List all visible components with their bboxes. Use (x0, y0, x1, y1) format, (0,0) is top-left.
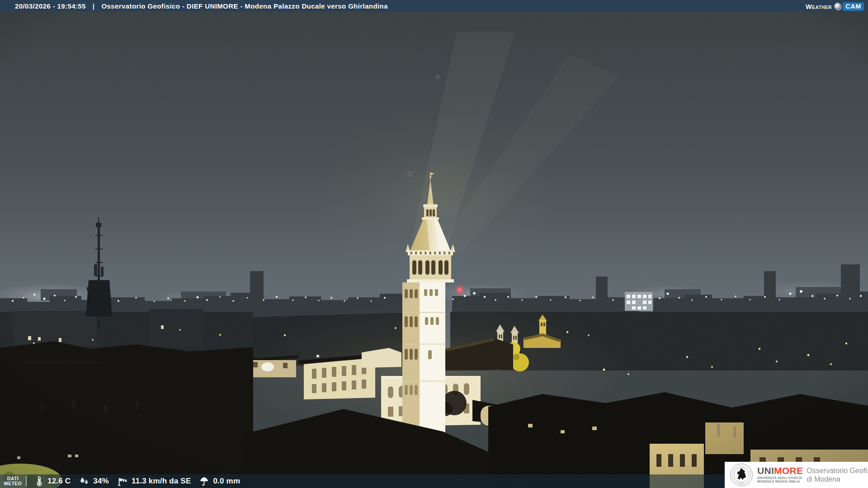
precipitation-reading: 0.0 mm (199, 476, 240, 486)
thermometer-icon (35, 476, 44, 486)
humidity-icon (79, 476, 90, 486)
weather-data-label: DATI METEO (0, 474, 26, 488)
camera-title: Osservatorio Geofisico - DIEF UNIMORE - … (101, 2, 387, 10)
unimore-wordmark: UNIMORE UNIVERSITÀ DEGLI STUDI DI MODENA… (757, 466, 803, 483)
temperature-value: 12.6 C (47, 477, 71, 486)
university-seal-icon: 1175 (730, 463, 753, 487)
weather-label-line2: METEO (4, 481, 22, 486)
unimore-brand-box: 1175 UNIMORE UNIVERSITÀ DEGLI STUDI DI M… (725, 462, 868, 488)
humidity-reading: 34% (79, 476, 109, 486)
observatory-line1: Osservatorio Geofisico (807, 466, 868, 475)
weathercam-cam-badge: CAM (843, 2, 864, 11)
wind-reading: 11.3 km/h da SE (117, 476, 191, 486)
night-scene (0, 0, 868, 488)
camera-lens-icon (834, 3, 842, 10)
weathercam-logo: Weather CAM (806, 2, 864, 11)
unimore-more: MORE (774, 465, 803, 476)
umbrella-icon (199, 476, 209, 486)
timestamp: 20/03/2026 - 19:54:55 (15, 2, 86, 10)
webcam-frame: 20/03/2026 - 19:54:55 | Osservatorio Geo… (0, 0, 868, 488)
humidity-value: 34% (93, 477, 109, 486)
observatory-name: Osservatorio Geofisico di Modena (807, 466, 868, 483)
film-grain (0, 0, 868, 488)
wind-value: 11.3 km/h da SE (132, 477, 191, 486)
top-info-bar: 20/03/2026 - 19:54:55 | Osservatorio Geo… (0, 0, 868, 12)
university-subtitle-line1: UNIVERSITÀ DEGLI STUDI DI (757, 476, 803, 480)
temperature-reading: 12.6 C (35, 476, 71, 486)
precipitation-value: 0.0 mm (213, 477, 240, 486)
university-subtitle-line2: MODENA E REGGIO EMILIA (757, 480, 803, 483)
seal-year: 1175 (740, 482, 743, 484)
weathercam-word: Weather (806, 3, 832, 10)
separator: | (93, 2, 95, 10)
divider (26, 476, 27, 487)
observatory-line2: di Modena (807, 475, 868, 483)
windsock-icon (117, 476, 128, 486)
unimore-uni: UNI (757, 465, 774, 476)
